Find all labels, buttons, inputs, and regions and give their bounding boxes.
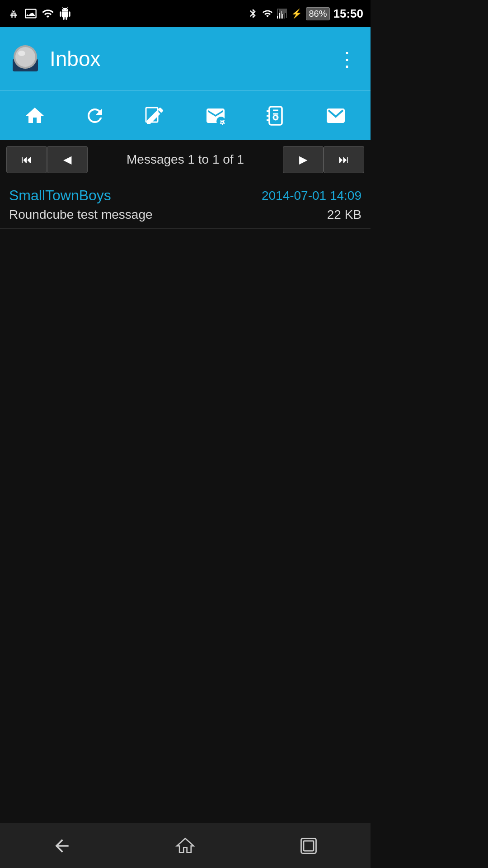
last-page-icon: ⏭ [338, 153, 349, 166]
toolbar: @ [0, 90, 371, 140]
mail-settings-button[interactable] [193, 98, 238, 134]
prev-page-button[interactable]: ◀ [47, 146, 88, 173]
usb-icon [7, 7, 20, 20]
next-page-icon: ▶ [299, 153, 307, 166]
contacts-icon: @ [265, 105, 286, 127]
message-sender: SmallTownBoys [9, 187, 111, 204]
recents-icon [299, 836, 319, 856]
message-date: 2014-07-01 14:09 [262, 189, 361, 203]
next-page-button[interactable]: ▶ [283, 146, 324, 173]
compose-icon [144, 105, 166, 127]
first-page-button[interactable]: ⏮ [6, 146, 47, 173]
app-logo [9, 42, 42, 75]
empty-area [0, 229, 371, 798]
refresh-button[interactable] [72, 98, 117, 134]
back-button[interactable] [35, 830, 89, 862]
battery-level: 86% [306, 7, 329, 20]
home-nav-button[interactable] [158, 830, 212, 862]
open-mail-button[interactable] [313, 98, 358, 134]
message-item-header: SmallTownBoys 2014-07-01 14:09 [9, 187, 361, 204]
overflow-menu-button[interactable]: ⋮ [333, 43, 361, 75]
back-icon [52, 836, 72, 856]
message-size: 22 KB [327, 208, 361, 222]
android-icon [59, 7, 71, 20]
message-list: SmallTownBoys 2014-07-01 14:09 Roundcube… [0, 179, 371, 229]
app-bar: Inbox ⋮ [0, 27, 371, 90]
bluetooth-icon [248, 8, 258, 19]
image-icon [24, 7, 37, 20]
wifi-icon [262, 8, 273, 19]
svg-text:@: @ [273, 114, 278, 119]
recents-button[interactable] [282, 830, 336, 862]
last-page-button[interactable]: ⏭ [324, 146, 364, 173]
svg-rect-17 [304, 841, 314, 851]
contacts-button[interactable]: @ [253, 98, 298, 134]
status-bar: ⚡ 86% 15:50 [0, 0, 371, 27]
status-icons-left [7, 7, 71, 20]
signal-icon [277, 8, 287, 19]
home-icon [24, 105, 46, 127]
app-title: Inbox [50, 47, 101, 71]
app-bar-left: Inbox [9, 42, 101, 75]
prev-page-icon: ◀ [63, 153, 71, 166]
message-subject: Roundcube test message [9, 208, 153, 222]
open-mail-icon [325, 105, 347, 127]
pagination-text: Messages 1 to 1 of 1 [88, 152, 283, 167]
refresh-icon [84, 105, 106, 127]
wifi-bars-icon [42, 7, 54, 20]
pagination-bar: ⏮ ◀ Messages 1 to 1 of 1 ▶ ⏭ [0, 140, 371, 179]
svg-point-2 [15, 47, 35, 67]
status-icons-right: ⚡ 86% 15:50 [248, 7, 363, 21]
charging-icon: ⚡ [291, 8, 302, 19]
first-page-icon: ⏮ [21, 153, 32, 166]
table-row[interactable]: SmallTownBoys 2014-07-01 14:09 Roundcube… [0, 179, 371, 229]
compose-button[interactable] [132, 98, 178, 134]
status-time: 15:50 [333, 7, 364, 21]
bottom-navigation [0, 823, 371, 868]
home-button[interactable] [12, 98, 57, 134]
mail-settings-icon [205, 105, 226, 127]
home-nav-icon [175, 836, 195, 856]
message-item-footer: Roundcube test message 22 KB [9, 208, 361, 222]
svg-point-3 [18, 51, 25, 56]
